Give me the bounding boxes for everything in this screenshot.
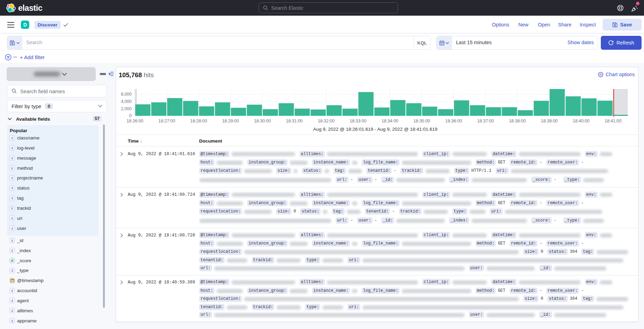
svg-text:18:36:00: 18:36:00: [445, 119, 462, 123]
svg-text:18:34:00: 18:34:00: [382, 119, 398, 123]
svg-text:2,000: 2,000: [121, 106, 132, 111]
svg-text:18:40:00: 18:40:00: [573, 119, 589, 123]
svg-text:6,000: 6,000: [121, 92, 132, 97]
svg-text:18:33:00: 18:33:00: [350, 119, 366, 123]
svg-text:18:27:00: 18:27:00: [158, 119, 175, 123]
svg-text:18:39:00: 18:39:00: [541, 119, 558, 123]
svg-text:18:38:00: 18:38:00: [509, 119, 526, 123]
svg-text:18:29:00: 18:29:00: [222, 119, 239, 123]
svg-text:18:28:00: 18:28:00: [190, 119, 207, 123]
svg-text:18:35:00: 18:35:00: [413, 119, 430, 123]
svg-text:18:31:00: 18:31:00: [286, 119, 303, 123]
svg-text:4,000: 4,000: [121, 99, 132, 104]
svg-text:18:32:00: 18:32:00: [318, 119, 335, 123]
svg-text:18:37:00: 18:37:00: [477, 119, 494, 123]
svg-text:18:41:00: 18:41:00: [605, 119, 621, 123]
svg-text:18:26:00: 18:26:00: [126, 119, 143, 123]
svg-text:18:30:00: 18:30:00: [254, 119, 271, 123]
svg-text:0: 0: [129, 113, 132, 118]
